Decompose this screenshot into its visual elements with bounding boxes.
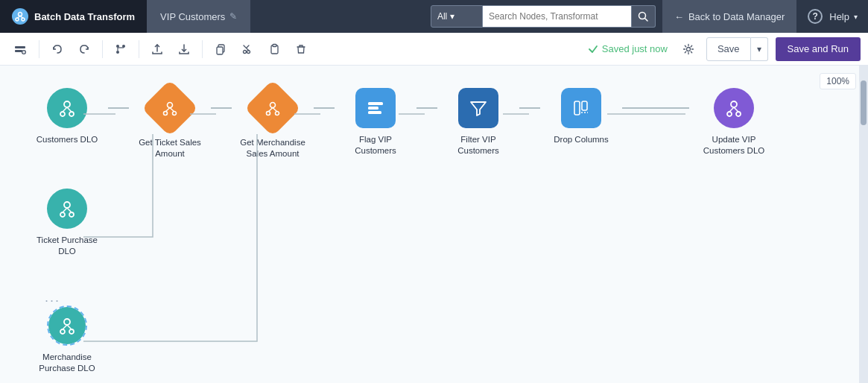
svg-line-44 <box>273 108 277 112</box>
node-drop-columns[interactable]: Drop Columns <box>540 88 622 145</box>
node-merchandise-purchase-dlo[interactable]: Merchandise Purchase DLO <box>26 306 108 374</box>
node-flag-vip[interactable]: Flag VIP Customers <box>335 88 416 156</box>
node-customers-dlo[interactable]: Customers DLO <box>26 88 108 145</box>
toolbar-separator-1 <box>39 40 39 58</box>
toolbar-separator-3 <box>139 40 139 58</box>
connector <box>108 107 129 109</box>
svg-line-59 <box>63 208 67 212</box>
save-dropdown-button[interactable]: ▾ <box>751 37 768 61</box>
cut-button[interactable] <box>235 38 259 60</box>
scroll-thumb[interactable] <box>861 80 867 125</box>
svg-rect-8 <box>15 50 22 52</box>
upload-button[interactable] <box>145 38 169 60</box>
svg-point-53 <box>736 112 741 116</box>
save-group: Save ▾ <box>706 37 768 61</box>
svg-line-65 <box>67 325 72 329</box>
svg-point-23 <box>686 47 690 51</box>
connector <box>519 107 540 109</box>
help-icon: ? <box>808 9 823 24</box>
node-ticket-purchase-dlo[interactable]: Ticket Purchase DLO <box>26 189 108 257</box>
svg-point-31 <box>60 112 65 116</box>
connector <box>416 107 437 109</box>
nav-search-area: All ▾ <box>431 5 656 28</box>
svg-point-63 <box>69 329 74 334</box>
add-node-button[interactable] <box>7 38 33 60</box>
svg-line-4 <box>20 16 23 19</box>
connector-long <box>622 107 689 109</box>
brand-icon <box>12 8 28 25</box>
svg-rect-49 <box>582 101 587 110</box>
saved-text: Saved just now <box>602 43 668 54</box>
svg-line-34 <box>67 107 72 112</box>
top-nav: Batch Data Transform VIP Customers ✎ All… <box>0 0 868 33</box>
nav-tab-vip-customers[interactable]: VIP Customers ✎ <box>147 0 251 33</box>
download-button[interactable] <box>172 38 196 60</box>
help-label: Help <box>829 11 849 22</box>
help-dropdown-icon: ▾ <box>854 13 858 21</box>
filter-dropdown-icon: ▾ <box>450 11 454 22</box>
edit-tab-icon[interactable]: ✎ <box>229 11 237 22</box>
svg-point-20 <box>247 50 250 53</box>
brand-label: Batch Data Transform <box>34 11 135 22</box>
svg-point-42 <box>276 112 279 115</box>
copy-button[interactable] <box>209 38 232 60</box>
search-button[interactable] <box>632 5 656 28</box>
canvas[interactable]: Customers DLO Get Ticket Sales Amount <box>0 66 868 383</box>
svg-point-0 <box>19 13 22 16</box>
svg-line-6 <box>645 19 648 22</box>
back-label: Back to Data Manager <box>688 11 785 22</box>
toolbar-separator-4 <box>202 40 203 58</box>
node-get-ticket-sales[interactable]: Get Ticket Sales Amount <box>129 88 211 159</box>
svg-rect-7 <box>15 46 25 48</box>
delete-button[interactable] <box>289 38 313 60</box>
nav-brand: Batch Data Transform <box>0 0 147 33</box>
paste-button[interactable] <box>262 38 286 60</box>
svg-point-36 <box>164 112 168 115</box>
toolbar-separator-2 <box>102 40 103 58</box>
search-input[interactable] <box>483 5 632 28</box>
node-update-vip-dlo[interactable]: Update VIP Customers DLO <box>689 88 779 156</box>
node-label: Update VIP Customers DLO <box>697 134 771 156</box>
back-icon: ← <box>674 11 684 22</box>
node-label: Get Ticket Sales Amount <box>133 137 207 159</box>
svg-point-56 <box>64 202 70 208</box>
save-button[interactable]: Save <box>706 37 751 61</box>
back-to-data-manager-button[interactable]: ← Back to Data Manager <box>662 0 797 33</box>
branch-button[interactable] <box>109 38 133 60</box>
svg-point-19 <box>244 50 247 53</box>
svg-point-1 <box>16 18 19 21</box>
svg-rect-47 <box>368 111 381 114</box>
svg-line-60 <box>67 208 72 212</box>
undo-button[interactable] <box>45 38 69 60</box>
save-and-run-button[interactable]: Save and Run <box>776 37 861 61</box>
help-menu[interactable]: ? Help ▾ <box>797 0 868 33</box>
svg-line-38 <box>166 108 171 112</box>
node-label: Drop Columns <box>554 134 609 145</box>
svg-line-33 <box>63 107 67 112</box>
node-label: Filter VIP Customers <box>441 134 516 156</box>
svg-point-51 <box>731 101 737 107</box>
main-flow-row: Customers DLO Get Ticket Sales Amount <box>26 88 779 159</box>
svg-point-14 <box>116 51 119 54</box>
svg-point-62 <box>60 329 65 334</box>
svg-point-32 <box>69 112 74 116</box>
vertical-scrollbar[interactable] <box>859 66 868 383</box>
node-filter-vip[interactable]: Filter VIP Customers <box>437 88 519 156</box>
filter-select[interactable]: All ▾ <box>431 5 483 28</box>
node-label: Get Merchandise Sales Amount <box>235 137 310 159</box>
redo-button[interactable] <box>72 38 96 60</box>
node-label: Flag VIP Customers <box>338 134 413 156</box>
svg-point-2 <box>22 18 25 21</box>
svg-point-52 <box>727 112 732 116</box>
filter-label: All <box>437 11 447 22</box>
tab-label: VIP Customers <box>160 11 225 22</box>
settings-button[interactable] <box>677 38 700 60</box>
zoom-badge: 100% <box>820 73 856 89</box>
node-get-merchandise-sales[interactable]: Get Merchandise Sales Amount <box>232 88 314 159</box>
svg-line-3 <box>18 16 21 19</box>
node-label: Customers DLO <box>37 134 98 145</box>
connector <box>211 107 232 109</box>
save-dropdown-icon: ▾ <box>757 44 761 54</box>
svg-rect-45 <box>368 102 383 105</box>
svg-rect-46 <box>368 107 378 110</box>
